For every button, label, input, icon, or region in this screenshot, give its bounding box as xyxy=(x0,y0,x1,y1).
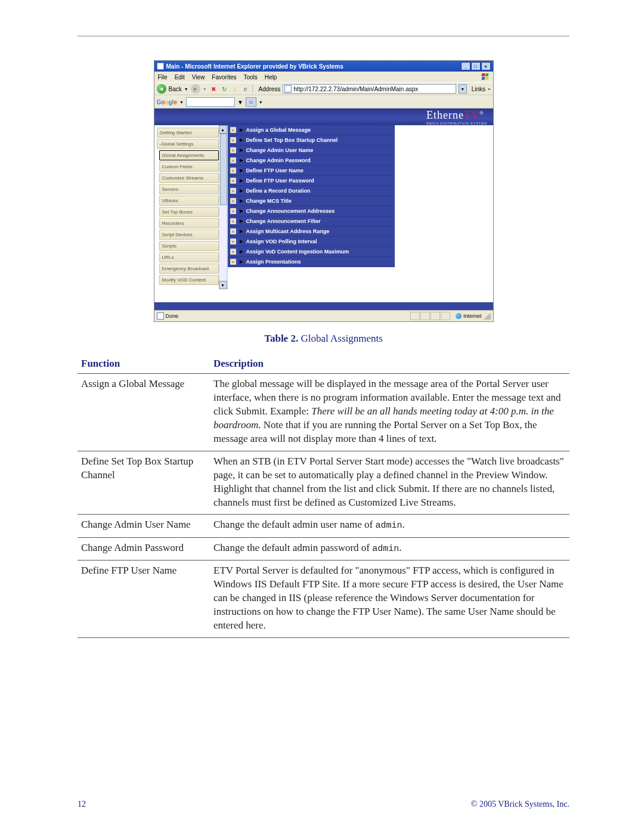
sidebar-item[interactable]: Script Devices xyxy=(159,230,219,240)
expand-icon[interactable]: ▶ xyxy=(240,229,243,234)
sidebar-scroll-up[interactable]: ▲ xyxy=(219,125,227,134)
expand-icon[interactable]: ▶ xyxy=(240,128,243,132)
menubar: File Edit View Favorites Tools Help xyxy=(154,72,493,82)
assignment-label: Assign Presentations xyxy=(246,259,301,265)
google-submenu[interactable]: ▼ xyxy=(259,100,263,104)
sidebar-item[interactable]: Custom Fields xyxy=(159,162,219,172)
assignment-row[interactable]: ≡▶Assign VOD Polling Interval xyxy=(228,237,395,247)
table-row: Change Admin PasswordChange the default … xyxy=(78,537,569,560)
refresh-icon[interactable]: ↻ xyxy=(220,85,228,93)
sidebar-item[interactable]: Scripts xyxy=(159,241,219,251)
assignment-row[interactable]: ≡▶Change Announcement Filter xyxy=(228,216,395,227)
close-button[interactable]: × xyxy=(481,62,491,70)
app-body: Getting Started-Global SettingsGlobal As… xyxy=(154,125,493,289)
assignment-row[interactable]: ≡▶Define Set Top Box Startup Channel xyxy=(228,135,395,145)
assignment-row[interactable]: ≡▶Change Announcement Addresses xyxy=(228,206,395,216)
assignment-row[interactable]: ≡▶Change Admin Password xyxy=(228,156,395,166)
expand-icon[interactable]: ▶ xyxy=(240,209,243,213)
address-dropdown[interactable]: ▼ xyxy=(459,84,467,94)
sidebar-scroll-down[interactable]: ▼ xyxy=(219,281,227,289)
address-bar[interactable]: http://172.22.2.73/admin/Main/AdminMain.… xyxy=(283,84,456,94)
assignment-row[interactable]: ≡▶Change MCS Title xyxy=(228,196,395,206)
sidebar-item[interactable]: Servers xyxy=(159,184,219,194)
assignment-row[interactable]: ≡▶Define a Record Duration xyxy=(228,186,395,196)
expand-icon[interactable]: ▶ xyxy=(240,188,243,193)
detail-icon[interactable]: ≡ xyxy=(230,249,236,255)
status-page-icon xyxy=(157,312,164,320)
detail-icon[interactable]: ≡ xyxy=(230,178,236,184)
sidebar-item[interactable]: Getting Started xyxy=(157,128,219,138)
maximize-button[interactable]: □ xyxy=(471,62,481,70)
assignment-row[interactable]: ≡▶Assign Presentations xyxy=(228,257,395,267)
expand-icon[interactable]: ▶ xyxy=(240,178,243,183)
detail-icon[interactable]: ≡ xyxy=(230,137,236,143)
detail-icon[interactable]: ≡ xyxy=(230,228,236,234)
window-titlebar: Main - Microsoft Internet Explorer provi… xyxy=(154,61,493,72)
stop-icon[interactable]: ✖ xyxy=(209,85,218,93)
back-dropdown[interactable]: ▼ xyxy=(184,87,188,91)
expand-icon[interactable]: ▶ xyxy=(240,168,243,173)
links-chevron[interactable]: » xyxy=(488,86,490,92)
detail-icon[interactable]: ≡ xyxy=(230,147,236,153)
expand-icon[interactable]: ▶ xyxy=(240,148,243,153)
google-search-button[interactable]: G xyxy=(246,97,256,107)
back-button[interactable]: ◄ xyxy=(157,84,166,94)
sidebar-item[interactable]: -Global Settings xyxy=(157,139,219,149)
detail-icon[interactable]: ≡ xyxy=(230,127,236,133)
detail-icon[interactable]: ≡ xyxy=(230,168,236,174)
google-search-input[interactable] xyxy=(186,97,235,107)
assignment-row[interactable]: ≡▶Change Admin User Name xyxy=(228,145,395,156)
assignment-row[interactable]: ≡▶Define FTP User Name xyxy=(228,166,395,176)
menu-help[interactable]: Help xyxy=(265,74,277,80)
menu-edit[interactable]: Edit xyxy=(175,74,185,80)
detail-icon[interactable]: ≡ xyxy=(230,208,236,214)
forward-dropdown[interactable]: ▼ xyxy=(203,87,207,91)
menu-file[interactable]: File xyxy=(158,74,168,80)
sidebar-item[interactable]: Recorders xyxy=(159,218,219,228)
links-label[interactable]: Links xyxy=(472,86,485,92)
assignment-label: Assign a Global Message xyxy=(246,127,311,133)
main-panel: ≡▶Assign a Global Message≡▶Define Set To… xyxy=(228,125,395,289)
menu-favorites[interactable]: Favorites xyxy=(212,74,236,80)
sidebar-item[interactable]: VBricks xyxy=(159,196,219,206)
table-cell-description: Change the default admin password of adm… xyxy=(210,537,569,560)
menu-tools[interactable]: Tools xyxy=(243,74,257,80)
detail-icon[interactable]: ≡ xyxy=(230,157,236,163)
sidebar-item[interactable]: Set Top Boxes xyxy=(159,207,219,217)
expand-icon[interactable]: ▶ xyxy=(240,219,243,224)
sidebar-scroll-thumb[interactable] xyxy=(220,134,227,205)
sidebar-item[interactable]: URLs xyxy=(159,252,219,262)
search-icon[interactable]: e xyxy=(242,85,250,93)
expand-icon[interactable]: ▶ xyxy=(240,158,243,163)
sidebar-item[interactable]: Emergency Broadcast xyxy=(159,264,219,274)
resize-grip-icon[interactable] xyxy=(484,312,491,320)
google-dropdown[interactable]: ▼ xyxy=(179,100,184,104)
sidebar-item[interactable]: Global Assignments xyxy=(159,150,219,160)
menu-view[interactable]: View xyxy=(192,74,205,80)
google-logo[interactable]: Google xyxy=(157,99,177,106)
sidebar-item[interactable]: Customize Streams xyxy=(159,173,219,183)
table-cell-function: Define Set Top Box Startup Channel xyxy=(78,451,210,515)
detail-icon[interactable]: ≡ xyxy=(230,218,236,224)
assignment-row[interactable]: ≡▶Assign a Global Message xyxy=(228,125,395,135)
assignment-row[interactable]: ≡▶Define FTP User Password xyxy=(228,176,395,186)
detail-icon[interactable]: ≡ xyxy=(230,259,236,265)
back-label[interactable]: Back xyxy=(169,86,182,92)
expand-icon[interactable]: ▶ xyxy=(240,259,243,264)
detail-icon[interactable]: ≡ xyxy=(230,198,236,204)
sidebar-item[interactable]: Modify VOD Content xyxy=(159,275,219,285)
expand-icon[interactable]: ▶ xyxy=(240,199,243,203)
detail-icon[interactable]: ≡ xyxy=(230,188,236,194)
status-cell xyxy=(431,312,440,320)
detail-icon[interactable]: ≡ xyxy=(230,239,236,244)
assignment-row[interactable]: ≡▶Assign VoD Content Ingestion Maximum xyxy=(228,247,395,257)
expand-icon[interactable]: ▶ xyxy=(240,249,243,254)
home-icon[interactable]: ⌂ xyxy=(231,85,239,93)
forward-button[interactable]: ► xyxy=(191,84,200,94)
assignment-row[interactable]: ≡▶Assign Multicast Address Range xyxy=(228,227,395,237)
expand-icon[interactable]: ▶ xyxy=(240,239,243,244)
expand-icon[interactable]: ▶ xyxy=(240,138,243,143)
minimize-button[interactable]: _ xyxy=(461,62,470,70)
google-search-dropdown[interactable]: ▼ xyxy=(237,99,243,106)
assignment-label: Assign Multicast Address Range xyxy=(246,228,330,234)
